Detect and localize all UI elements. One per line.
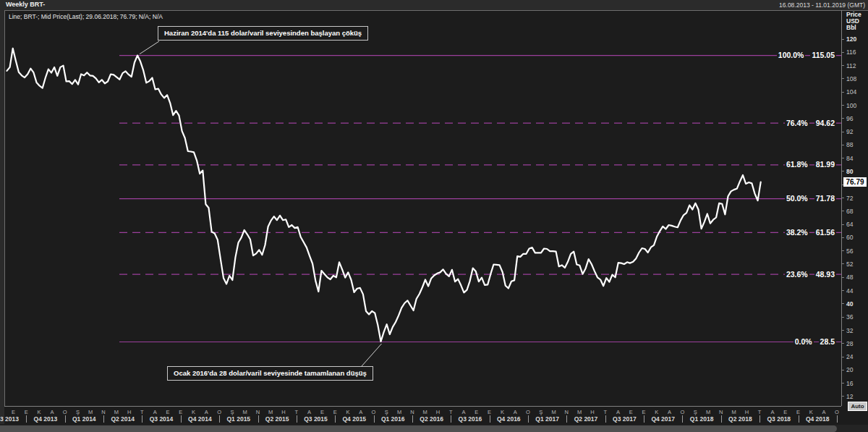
x-axis-quarter-label: Q3 2013	[0, 415, 19, 423]
price-axis-unit: Price USD Bbl	[846, 12, 861, 31]
x-axis-month-letter: M	[731, 409, 736, 415]
panel-border-left	[4, 10, 5, 406]
annotation-leader-top	[140, 41, 159, 54]
x-axis-quarter-label: Q2 2014	[111, 415, 135, 423]
x-axis-month-letter: M	[397, 409, 401, 415]
y-axis-tick-label: 104	[846, 88, 856, 96]
x-axis-month-letter: N	[410, 409, 414, 415]
x-axis-quarter-separator	[528, 415, 529, 423]
fib-level-value: 61.56	[814, 228, 836, 237]
x-axis-month-letter: H	[590, 409, 594, 415]
annotation-decline-end[interactable]: Ocak 2016'da 28 dolar/varil seviyesinde …	[167, 366, 373, 381]
x-axis-quarter-separator	[142, 415, 142, 423]
x-axis-month-letter: A	[153, 409, 157, 415]
x-axis-quarter-label: Q1 2016	[381, 415, 405, 423]
x-axis-month-letter: K	[192, 409, 195, 415]
fib-level-label: 61.8%81.99	[785, 160, 836, 169]
auto-scale-button[interactable]: Auto	[848, 402, 867, 411]
x-axis-month-letter: T	[295, 409, 299, 415]
x-axis-month-letter: E	[475, 409, 478, 415]
annotation-collapse-start[interactable]: Haziran 2014'da 115 dolar/varil seviyesi…	[158, 26, 368, 41]
x-axis-month-letter: M	[423, 409, 427, 415]
fib-level-label: 76.4%94.62	[785, 119, 836, 128]
x-axis-month-letter: H	[127, 409, 131, 415]
x-axis-month-letter: E	[179, 409, 182, 415]
x-axis-month-letter: A	[668, 409, 671, 415]
window-title: Weekly BRT-	[6, 1, 45, 8]
x-axis-month-letter: H	[745, 409, 749, 415]
x-axis-quarter-label: Q4 2014	[188, 415, 212, 423]
x-axis-month-letter: E	[320, 409, 324, 415]
x-axis-quarter-label: Q2 2016	[420, 415, 443, 423]
fib-level-percent: 38.2%	[785, 228, 809, 237]
x-axis-quarter-label: Q3 2016	[459, 415, 482, 423]
price-chart-canvas[interactable]	[0, 0, 868, 432]
x-axis-month-letter: M	[268, 409, 273, 415]
x-axis-month-letter: E	[166, 409, 169, 415]
x-axis-quarter-label: Q1 2014	[72, 415, 96, 423]
x-axis-quarter-separator	[297, 415, 297, 423]
x-axis-month-letter: O	[63, 409, 67, 415]
x-axis-quarter-label: Q4 2013	[34, 415, 58, 423]
y-axis-tick-label: 44	[846, 287, 853, 295]
last-price-badge: 76.79	[843, 177, 867, 187]
x-axis-month-letter: N	[565, 409, 569, 415]
x-axis-quarter-separator	[103, 415, 104, 423]
y-axis-tick-label: 100	[846, 102, 856, 109]
x-axis-quarter-label: Q4 2017	[651, 415, 675, 423]
x-axis-month-letter: H	[281, 409, 285, 415]
x-axis-month-letter: E	[12, 409, 15, 415]
x-axis-month-letter: A	[770, 409, 774, 415]
x-axis-month-letter: T	[603, 409, 607, 415]
x-axis-quarter-label: Q1 2018	[690, 415, 714, 423]
x-axis-quarter-separator	[412, 415, 413, 423]
x-axis-month-letter: A	[822, 409, 826, 415]
x-axis-month-letter: Ş	[230, 409, 234, 415]
x-axis-quarter-separator	[644, 415, 644, 423]
x-axis-quarter-separator	[451, 415, 451, 423]
x-axis-month-letter: K	[38, 409, 41, 415]
x-axis-quarter-separator	[219, 415, 220, 423]
x-axis-month-letter: Ş	[539, 409, 542, 415]
x-axis-month-letter: E	[333, 409, 337, 415]
x-axis-month-letter: O	[526, 409, 530, 415]
fib-level-percent: 0.0%	[793, 337, 814, 347]
x-axis-quarter-separator	[799, 415, 799, 423]
x-axis-quarter-label: Q3 2015	[304, 415, 328, 423]
y-axis-tick-label: 48	[846, 274, 853, 281]
x-axis-month-letter: E	[642, 409, 646, 415]
x-axis-quarter-label: Q1 2015	[226, 415, 250, 423]
x-axis-quarter-label: Q3 2018	[767, 415, 791, 423]
y-axis-tick-label: 84	[846, 155, 853, 162]
x-axis-month-letter: T	[758, 409, 762, 415]
x-axis-month-letter: K	[501, 409, 504, 415]
y-axis-tick-label: 52	[846, 261, 853, 268]
x-axis-quarter-label: Q2 2018	[728, 415, 752, 423]
y-axis-tick-label: 116	[846, 48, 856, 56]
x-axis-quarter-separator	[65, 415, 66, 423]
horizontal-scrollbar-thumb[interactable]	[0, 425, 837, 432]
x-axis-quarter-label: Q2 2015	[265, 415, 289, 423]
annotation-leader-bottom	[362, 344, 381, 366]
x-axis-month-letter: M	[243, 409, 247, 415]
y-axis-tick-label: 36	[846, 313, 853, 321]
x-axis-month-letter: O	[835, 409, 839, 415]
y-axis-tick-label: 64	[846, 221, 853, 228]
x-axis-quarter-separator	[26, 415, 27, 423]
x-axis-month-letter: H	[436, 409, 440, 415]
x-axis-quarter-separator	[335, 415, 336, 423]
x-axis-quarter-separator	[181, 415, 182, 423]
x-axis-month-letter: A	[514, 409, 517, 415]
x-axis-quarter-label: Q2 2017	[574, 415, 598, 423]
x-axis-month-letter: Ş	[76, 409, 80, 415]
x-axis-quarter-separator	[566, 415, 567, 423]
x-axis-quarter-label: Q1 2017	[535, 415, 559, 423]
y-axis-tick-label: 68	[846, 208, 853, 215]
x-axis-month-letter: Ş	[385, 409, 388, 415]
x-axis-month-letter: E	[796, 409, 800, 415]
y-axis-tick-label: 96	[846, 115, 853, 122]
fib-level-value: 94.62	[814, 119, 836, 128]
x-axis-quarter-separator	[682, 415, 683, 423]
y-axis-tick-label: 60	[846, 234, 853, 241]
x-axis-month-letter: T	[449, 409, 453, 415]
